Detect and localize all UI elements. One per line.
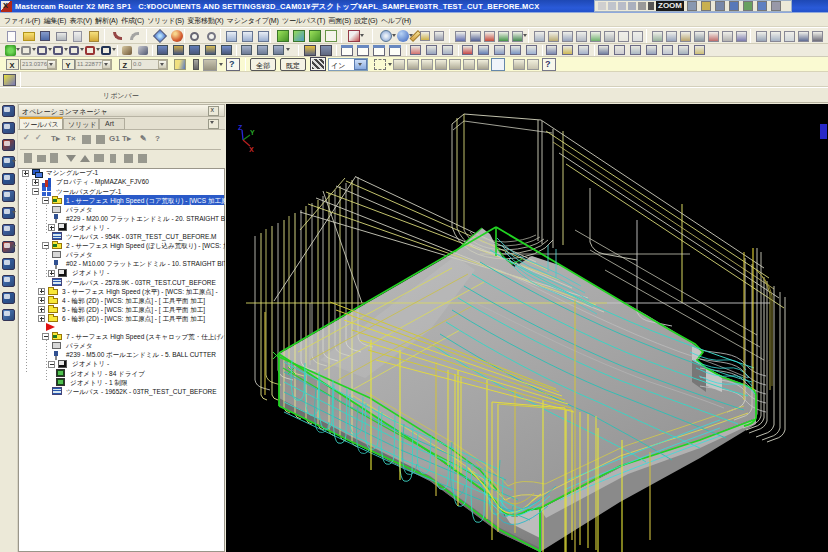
svg-text:X: X bbox=[249, 146, 254, 153]
svg-text:Y: Y bbox=[250, 129, 255, 136]
svg-text:Z: Z bbox=[238, 124, 243, 131]
